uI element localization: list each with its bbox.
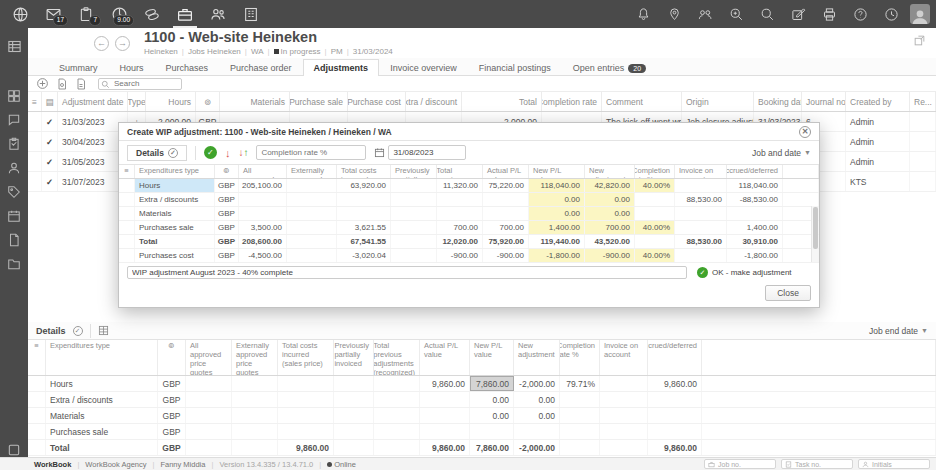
cell[interactable] bbox=[391, 235, 437, 248]
cell[interactable] bbox=[560, 424, 600, 439]
column-header[interactable]: Comment bbox=[602, 92, 682, 111]
user-avatar[interactable] bbox=[910, 4, 930, 24]
time-entry-icon[interactable]: 9.00 bbox=[107, 0, 131, 28]
cell[interactable]: 700.00 bbox=[483, 221, 529, 234]
cell[interactable] bbox=[28, 152, 42, 171]
calendar-icon[interactable] bbox=[0, 204, 28, 228]
expenses-icon[interactable] bbox=[140, 0, 164, 28]
tab-invoice-overview[interactable]: Invoice overview bbox=[379, 59, 468, 76]
adjust-up-down-icon[interactable]: ↓↑ bbox=[238, 147, 248, 158]
cell[interactable]: Materials bbox=[46, 408, 158, 423]
cell[interactable]: 75,920.00 bbox=[483, 235, 529, 248]
edit-note-icon[interactable] bbox=[786, 0, 810, 28]
add-adjustment-button[interactable] bbox=[36, 77, 49, 90]
adjustment-date-input[interactable] bbox=[388, 145, 466, 160]
cell[interactable] bbox=[287, 249, 337, 262]
home-icon[interactable] bbox=[8, 0, 32, 28]
cell[interactable]: GBP bbox=[215, 221, 239, 234]
cell[interactable]: 0.00 bbox=[585, 193, 635, 206]
cell[interactable]: Materials bbox=[135, 207, 215, 220]
cell[interactable]: 0.00 bbox=[470, 408, 514, 423]
cell[interactable] bbox=[337, 207, 391, 220]
column-header[interactable]: Total costs incurred (sales price) bbox=[337, 165, 391, 178]
search-input[interactable] bbox=[98, 78, 182, 90]
cell[interactable]: 1,400.00 bbox=[529, 221, 585, 234]
column-header[interactable]: New adjustment bbox=[585, 165, 635, 178]
job-no-input[interactable]: Job no. bbox=[704, 459, 776, 469]
table-row[interactable]: TotalGBP208,600.0067,541.5512,020.0075,9… bbox=[119, 235, 819, 249]
cell[interactable]: Admin bbox=[846, 132, 910, 151]
column-header[interactable]: ≡ bbox=[28, 340, 46, 375]
cell[interactable]: 0.00 bbox=[470, 392, 514, 407]
column-header[interactable]: Invoice on account bbox=[600, 340, 648, 375]
check-circle-icon[interactable]: ✓ bbox=[73, 326, 83, 336]
cell[interactable] bbox=[420, 424, 470, 439]
column-header[interactable]: Completion rate bbox=[542, 92, 602, 111]
zoom-in-icon[interactable] bbox=[724, 0, 748, 28]
cell[interactable]: 3,621.55 bbox=[337, 221, 391, 234]
column-header[interactable]: Externally approved price quotes bbox=[287, 165, 337, 178]
company-name[interactable]: WorkBook Agency bbox=[85, 460, 146, 469]
cell[interactable]: 0.00 bbox=[514, 392, 560, 407]
approve-icon[interactable]: ✓ bbox=[204, 146, 217, 159]
cell[interactable]: -88,530.00 bbox=[727, 193, 783, 206]
cell[interactable] bbox=[560, 440, 600, 455]
details-tab[interactable]: Details bbox=[36, 326, 66, 336]
cell[interactable] bbox=[334, 408, 374, 423]
tab-financial-postings[interactable]: Financial postings bbox=[468, 59, 562, 76]
cell[interactable]: 40.00% bbox=[635, 179, 675, 192]
cell[interactable] bbox=[28, 408, 46, 423]
dialog-details-tab[interactable]: Details ✓ bbox=[127, 145, 187, 161]
column-header[interactable]: ≡ bbox=[28, 92, 42, 111]
cell[interactable] bbox=[635, 235, 675, 248]
cell[interactable] bbox=[186, 424, 232, 439]
write-down-icon[interactable]: ↓ bbox=[225, 147, 231, 159]
cell[interactable] bbox=[600, 376, 648, 391]
cell[interactable]: 118,040.00 bbox=[529, 179, 585, 192]
table-row[interactable]: MaterialsGBP0.000.00 bbox=[28, 408, 936, 424]
column-header[interactable]: All approved price quotes bbox=[239, 165, 287, 178]
cell[interactable] bbox=[374, 440, 420, 455]
cell[interactable] bbox=[437, 207, 483, 220]
cell[interactable] bbox=[334, 392, 374, 407]
cell[interactable] bbox=[28, 376, 46, 391]
cell[interactable]: 63,920.00 bbox=[337, 179, 391, 192]
cell[interactable] bbox=[374, 424, 420, 439]
grid-view-icon[interactable] bbox=[0, 34, 28, 58]
cell[interactable] bbox=[675, 179, 727, 192]
column-header[interactable]: Materials bbox=[220, 92, 290, 111]
cell[interactable] bbox=[600, 392, 648, 407]
cell[interactable] bbox=[28, 132, 42, 151]
cell[interactable]: 0.00 bbox=[529, 193, 585, 206]
table-row[interactable]: HoursGBP205,100.0063,920.0011,320.0075,2… bbox=[119, 179, 819, 193]
tab-adjustments[interactable]: Adjustments bbox=[303, 59, 380, 76]
cell[interactable]: -900.00 bbox=[585, 249, 635, 262]
cell[interactable]: Hours bbox=[46, 376, 158, 391]
cell[interactable]: 119,440.00 bbox=[529, 235, 585, 248]
tab-hours[interactable]: Hours bbox=[109, 59, 155, 76]
cell[interactable] bbox=[910, 132, 936, 151]
ok-make-adjustment-button[interactable]: ✓ OK - make adjustment bbox=[697, 267, 792, 278]
cell[interactable]: 42,820.00 bbox=[585, 179, 635, 192]
cell[interactable] bbox=[600, 424, 648, 439]
table-row[interactable]: Purchases saleGBP3,500.003,621.55700.007… bbox=[119, 221, 819, 235]
cell[interactable] bbox=[648, 424, 702, 439]
cell[interactable] bbox=[470, 424, 514, 439]
clipboard-icon[interactable] bbox=[0, 132, 28, 156]
search-icon[interactable] bbox=[755, 0, 779, 28]
cell[interactable]: 9,860.00 bbox=[420, 376, 470, 391]
print-icon[interactable] bbox=[817, 0, 841, 28]
cell[interactable]: 0.00 bbox=[529, 207, 585, 220]
column-header[interactable]: Type bbox=[128, 92, 146, 111]
cell[interactable] bbox=[910, 152, 936, 171]
tab-purchase-order[interactable]: Purchase order bbox=[219, 59, 303, 76]
cell[interactable]: GBP bbox=[215, 249, 239, 262]
cell[interactable]: -1,800.00 bbox=[727, 249, 783, 262]
cell[interactable] bbox=[391, 193, 437, 206]
tasks-icon[interactable]: 7 bbox=[74, 0, 98, 28]
dialog-scrollbar[interactable] bbox=[811, 206, 818, 262]
column-header[interactable]: Total previous adjustments (recognized) bbox=[374, 340, 420, 375]
document-icon[interactable] bbox=[0, 228, 28, 252]
cell[interactable] bbox=[675, 249, 727, 262]
cell[interactable]: 700.00 bbox=[585, 221, 635, 234]
